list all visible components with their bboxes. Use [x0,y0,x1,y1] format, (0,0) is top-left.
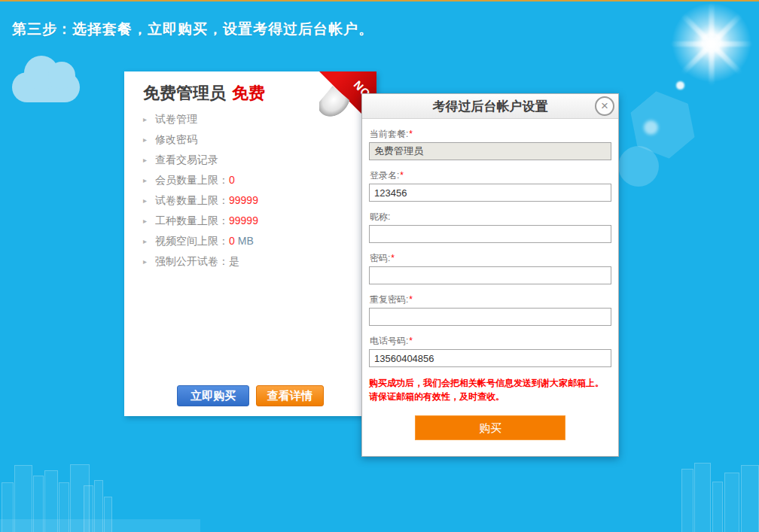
arrow-bullet-icon: ▸ [143,211,147,231]
step-title: 第三步：选择套餐，立即购买，设置考得过后台帐户。 [12,20,373,39]
feature-item: ▸工种数量上限：99999 [143,211,258,231]
feature-item: ▸视频空间上限：0MB [143,231,258,251]
phone-number-label: 电话号码:* [370,335,611,345]
close-icon[interactable]: × [595,96,614,116]
feature-item: ▸试卷管理 [143,109,258,129]
nickname-input[interactable] [369,225,611,243]
feature-unit: MB [238,235,254,247]
sun-decoration [667,0,756,89]
feature-item: ▸强制公开试卷：是 [143,251,258,272]
feature-label: 查看交易记录 [155,154,218,166]
current-package-label: 当前套餐:* [370,128,611,138]
lens-flare-dot [644,120,658,135]
purchase-button[interactable]: 购买 [415,415,565,440]
arrow-bullet-icon: ▸ [143,109,147,129]
required-mark: * [409,294,413,305]
feature-value: 99999 [229,214,258,226]
feature-item: ▸试卷数量上限：99999 [143,190,258,211]
top-accent-line [0,0,759,2]
feature-item: ▸会员数量上限：0 [143,170,258,190]
arrow-bullet-icon: ▸ [143,170,147,190]
plan-card: 免费管理员免费 ▸试卷管理 ▸修改密码 ▸查看交易记录 ▸会员数量上限：0 ▸试… [124,71,376,416]
purchase-notice: 购买成功后，我们会把相关帐号信息发送到谢大家邮箱上。请保证邮箱的有效性，及时查收… [369,376,611,403]
nickname-label: 昵称: [370,211,611,221]
password-label: 密码:* [370,252,611,263]
modal-body: 当前套餐:* 登录名:* 昵称: 密码:* 重复密码:* 电话号码:* 购买成功… [362,119,618,440]
feature-label: 强制公开试卷： [155,255,229,267]
arrow-bullet-icon: ▸ [143,129,147,150]
feature-label: 试卷管理 [155,113,197,125]
arrow-bullet-icon: ▸ [143,231,147,251]
lens-flare-circle [618,146,659,187]
plan-name: 免费管理员 [143,84,226,102]
arrow-bullet-icon: ▸ [143,251,147,272]
feature-label: 视频空间上限： [155,235,229,247]
feature-value: 0 [229,174,235,186]
arrow-bullet-icon: ▸ [143,190,147,211]
current-package-input [369,142,611,160]
required-mark: * [391,253,395,263]
phone-number-input[interactable] [369,349,611,367]
lens-flare-dot [676,81,684,90]
feature-label: 工种数量上限： [155,214,229,226]
cloud-decoration [12,72,80,102]
feature-item: ▸修改密码 [143,129,258,150]
login-name-input[interactable] [369,184,611,202]
feature-value: 0 [229,235,235,247]
required-mark: * [400,170,404,181]
repeat-password-label: 重复密码:* [370,293,611,304]
modal-title: 考得过后台帐户设置 [362,94,618,119]
plan-price: 免费 [232,84,265,102]
feature-list: ▸试卷管理 ▸修改密码 ▸查看交易记录 ▸会员数量上限：0 ▸试卷数量上限：99… [143,109,258,272]
feature-label: 修改密码 [155,133,197,145]
account-setup-modal: 考得过后台帐户设置 × 当前套餐:* 登录名:* 昵称: 密码:* 重复密码:*… [361,93,619,457]
feature-label: 会员数量上限： [155,174,229,186]
feature-item: ▸查看交易记录 [143,150,258,170]
modal-header: 考得过后台帐户设置 × [362,94,618,119]
repeat-password-input[interactable] [369,308,611,326]
password-input[interactable] [369,266,611,284]
feature-value: 是 [229,255,239,267]
plan-title: 免费管理员免费 [143,82,265,105]
login-name-label: 登录名:* [370,169,611,180]
feature-label: 试卷数量上限： [155,194,229,206]
required-mark: * [409,129,413,139]
buy-now-button[interactable]: 立即购买 [177,385,249,406]
feature-value: 99999 [229,194,258,206]
arrow-bullet-icon: ▸ [143,150,147,170]
required-mark: * [409,336,413,346]
view-details-button[interactable]: 查看详情 [256,385,324,406]
